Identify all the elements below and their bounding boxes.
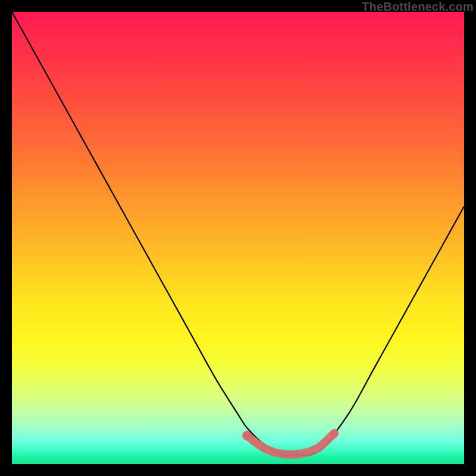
chart-svg xyxy=(12,12,464,464)
chart-frame: TheBottleneck.com xyxy=(0,0,476,476)
bottleneck-curve-path xyxy=(12,12,464,455)
marker-dot xyxy=(242,431,252,440)
plot-area xyxy=(12,12,464,464)
marker-dot xyxy=(330,429,339,437)
main-curve xyxy=(12,12,464,455)
watermark-text: TheBottleneck.com xyxy=(362,0,474,14)
trough-highlight xyxy=(247,433,334,455)
bottom-markers xyxy=(242,429,339,455)
